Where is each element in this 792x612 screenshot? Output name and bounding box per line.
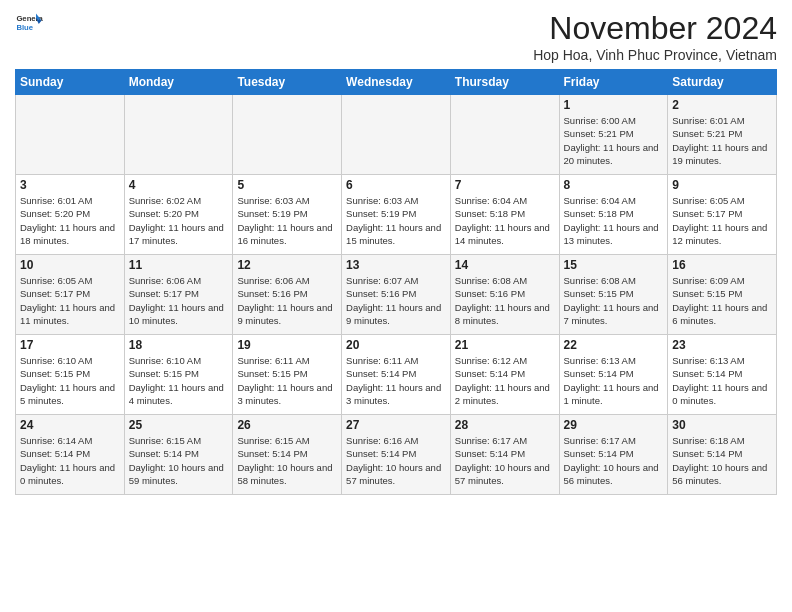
calendar-cell: 14Sunrise: 6:08 AM Sunset: 5:16 PM Dayli… xyxy=(450,255,559,335)
day-number: 10 xyxy=(20,258,120,272)
day-info: Sunrise: 6:05 AM Sunset: 5:17 PM Dayligh… xyxy=(672,194,772,247)
day-number: 1 xyxy=(564,98,664,112)
day-info: Sunrise: 6:04 AM Sunset: 5:18 PM Dayligh… xyxy=(455,194,555,247)
day-info: Sunrise: 6:06 AM Sunset: 5:16 PM Dayligh… xyxy=(237,274,337,327)
logo: General Blue xyxy=(15,10,43,38)
day-number: 5 xyxy=(237,178,337,192)
location: Hop Hoa, Vinh Phuc Province, Vietnam xyxy=(533,47,777,63)
day-number: 8 xyxy=(564,178,664,192)
calendar-cell: 9Sunrise: 6:05 AM Sunset: 5:17 PM Daylig… xyxy=(668,175,777,255)
calendar-cell xyxy=(342,95,451,175)
day-number: 16 xyxy=(672,258,772,272)
calendar-cell: 28Sunrise: 6:17 AM Sunset: 5:14 PM Dayli… xyxy=(450,415,559,495)
day-number: 15 xyxy=(564,258,664,272)
calendar-cell: 19Sunrise: 6:11 AM Sunset: 5:15 PM Dayli… xyxy=(233,335,342,415)
calendar-cell: 16Sunrise: 6:09 AM Sunset: 5:15 PM Dayli… xyxy=(668,255,777,335)
day-info: Sunrise: 6:13 AM Sunset: 5:14 PM Dayligh… xyxy=(564,354,664,407)
calendar-cell: 7Sunrise: 6:04 AM Sunset: 5:18 PM Daylig… xyxy=(450,175,559,255)
day-info: Sunrise: 6:11 AM Sunset: 5:15 PM Dayligh… xyxy=(237,354,337,407)
calendar-cell: 3Sunrise: 6:01 AM Sunset: 5:20 PM Daylig… xyxy=(16,175,125,255)
calendar-cell xyxy=(233,95,342,175)
day-info: Sunrise: 6:07 AM Sunset: 5:16 PM Dayligh… xyxy=(346,274,446,327)
day-number: 18 xyxy=(129,338,229,352)
day-info: Sunrise: 6:08 AM Sunset: 5:15 PM Dayligh… xyxy=(564,274,664,327)
header-day-saturday: Saturday xyxy=(668,70,777,95)
calendar-cell: 6Sunrise: 6:03 AM Sunset: 5:19 PM Daylig… xyxy=(342,175,451,255)
day-info: Sunrise: 6:10 AM Sunset: 5:15 PM Dayligh… xyxy=(129,354,229,407)
day-info: Sunrise: 6:01 AM Sunset: 5:21 PM Dayligh… xyxy=(672,114,772,167)
day-info: Sunrise: 6:00 AM Sunset: 5:21 PM Dayligh… xyxy=(564,114,664,167)
calendar-week-3: 17Sunrise: 6:10 AM Sunset: 5:15 PM Dayli… xyxy=(16,335,777,415)
day-number: 7 xyxy=(455,178,555,192)
calendar-cell: 20Sunrise: 6:11 AM Sunset: 5:14 PM Dayli… xyxy=(342,335,451,415)
header-day-wednesday: Wednesday xyxy=(342,70,451,95)
day-info: Sunrise: 6:17 AM Sunset: 5:14 PM Dayligh… xyxy=(455,434,555,487)
day-info: Sunrise: 6:15 AM Sunset: 5:14 PM Dayligh… xyxy=(237,434,337,487)
day-number: 4 xyxy=(129,178,229,192)
page-header: General Blue November 2024 Hop Hoa, Vinh… xyxy=(15,10,777,63)
day-info: Sunrise: 6:03 AM Sunset: 5:19 PM Dayligh… xyxy=(237,194,337,247)
calendar-cell: 18Sunrise: 6:10 AM Sunset: 5:15 PM Dayli… xyxy=(124,335,233,415)
day-number: 23 xyxy=(672,338,772,352)
day-number: 12 xyxy=(237,258,337,272)
day-number: 26 xyxy=(237,418,337,432)
logo-icon: General Blue xyxy=(15,10,43,38)
day-number: 28 xyxy=(455,418,555,432)
day-number: 21 xyxy=(455,338,555,352)
calendar-cell: 21Sunrise: 6:12 AM Sunset: 5:14 PM Dayli… xyxy=(450,335,559,415)
calendar-cell: 8Sunrise: 6:04 AM Sunset: 5:18 PM Daylig… xyxy=(559,175,668,255)
svg-text:Blue: Blue xyxy=(16,23,33,32)
calendar-body: 1Sunrise: 6:00 AM Sunset: 5:21 PM Daylig… xyxy=(16,95,777,495)
calendar-cell: 13Sunrise: 6:07 AM Sunset: 5:16 PM Dayli… xyxy=(342,255,451,335)
calendar-cell: 29Sunrise: 6:17 AM Sunset: 5:14 PM Dayli… xyxy=(559,415,668,495)
calendar-cell: 26Sunrise: 6:15 AM Sunset: 5:14 PM Dayli… xyxy=(233,415,342,495)
calendar-header: SundayMondayTuesdayWednesdayThursdayFrid… xyxy=(16,70,777,95)
calendar-week-1: 3Sunrise: 6:01 AM Sunset: 5:20 PM Daylig… xyxy=(16,175,777,255)
day-info: Sunrise: 6:11 AM Sunset: 5:14 PM Dayligh… xyxy=(346,354,446,407)
calendar-cell: 15Sunrise: 6:08 AM Sunset: 5:15 PM Dayli… xyxy=(559,255,668,335)
calendar-table: SundayMondayTuesdayWednesdayThursdayFrid… xyxy=(15,69,777,495)
header-day-thursday: Thursday xyxy=(450,70,559,95)
calendar-cell: 12Sunrise: 6:06 AM Sunset: 5:16 PM Dayli… xyxy=(233,255,342,335)
day-info: Sunrise: 6:06 AM Sunset: 5:17 PM Dayligh… xyxy=(129,274,229,327)
day-info: Sunrise: 6:16 AM Sunset: 5:14 PM Dayligh… xyxy=(346,434,446,487)
day-number: 19 xyxy=(237,338,337,352)
calendar-cell xyxy=(124,95,233,175)
day-number: 30 xyxy=(672,418,772,432)
day-number: 3 xyxy=(20,178,120,192)
calendar-cell: 23Sunrise: 6:13 AM Sunset: 5:14 PM Dayli… xyxy=(668,335,777,415)
calendar-cell: 1Sunrise: 6:00 AM Sunset: 5:21 PM Daylig… xyxy=(559,95,668,175)
calendar-cell: 4Sunrise: 6:02 AM Sunset: 5:20 PM Daylig… xyxy=(124,175,233,255)
calendar-cell: 5Sunrise: 6:03 AM Sunset: 5:19 PM Daylig… xyxy=(233,175,342,255)
header-row: SundayMondayTuesdayWednesdayThursdayFrid… xyxy=(16,70,777,95)
title-area: November 2024 Hop Hoa, Vinh Phuc Provinc… xyxy=(533,10,777,63)
month-title: November 2024 xyxy=(533,10,777,47)
day-number: 22 xyxy=(564,338,664,352)
header-day-monday: Monday xyxy=(124,70,233,95)
day-info: Sunrise: 6:12 AM Sunset: 5:14 PM Dayligh… xyxy=(455,354,555,407)
day-number: 9 xyxy=(672,178,772,192)
day-number: 6 xyxy=(346,178,446,192)
day-info: Sunrise: 6:01 AM Sunset: 5:20 PM Dayligh… xyxy=(20,194,120,247)
day-info: Sunrise: 6:04 AM Sunset: 5:18 PM Dayligh… xyxy=(564,194,664,247)
day-info: Sunrise: 6:13 AM Sunset: 5:14 PM Dayligh… xyxy=(672,354,772,407)
calendar-week-4: 24Sunrise: 6:14 AM Sunset: 5:14 PM Dayli… xyxy=(16,415,777,495)
calendar-cell: 10Sunrise: 6:05 AM Sunset: 5:17 PM Dayli… xyxy=(16,255,125,335)
calendar-cell xyxy=(16,95,125,175)
day-number: 25 xyxy=(129,418,229,432)
day-info: Sunrise: 6:14 AM Sunset: 5:14 PM Dayligh… xyxy=(20,434,120,487)
day-info: Sunrise: 6:18 AM Sunset: 5:14 PM Dayligh… xyxy=(672,434,772,487)
day-info: Sunrise: 6:03 AM Sunset: 5:19 PM Dayligh… xyxy=(346,194,446,247)
day-number: 27 xyxy=(346,418,446,432)
calendar-cell: 22Sunrise: 6:13 AM Sunset: 5:14 PM Dayli… xyxy=(559,335,668,415)
day-number: 24 xyxy=(20,418,120,432)
calendar-cell: 30Sunrise: 6:18 AM Sunset: 5:14 PM Dayli… xyxy=(668,415,777,495)
header-day-tuesday: Tuesday xyxy=(233,70,342,95)
header-day-sunday: Sunday xyxy=(16,70,125,95)
day-number: 29 xyxy=(564,418,664,432)
calendar-cell: 27Sunrise: 6:16 AM Sunset: 5:14 PM Dayli… xyxy=(342,415,451,495)
day-info: Sunrise: 6:15 AM Sunset: 5:14 PM Dayligh… xyxy=(129,434,229,487)
calendar-cell: 25Sunrise: 6:15 AM Sunset: 5:14 PM Dayli… xyxy=(124,415,233,495)
day-info: Sunrise: 6:08 AM Sunset: 5:16 PM Dayligh… xyxy=(455,274,555,327)
day-number: 2 xyxy=(672,98,772,112)
